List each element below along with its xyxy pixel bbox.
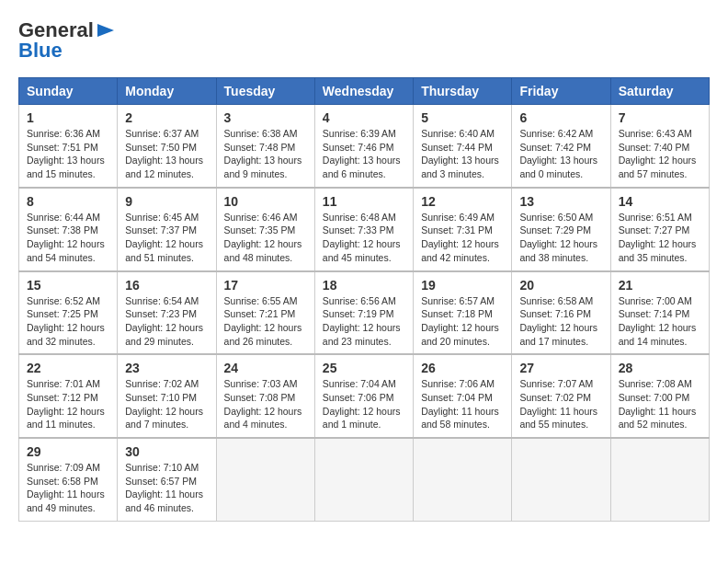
day-info: Sunrise: 6:45 AM Sunset: 7:37 PM Dayligh… (125, 211, 208, 265)
svg-marker-0 (97, 24, 114, 37)
day-number: 2 (125, 110, 208, 125)
day-cell: 1Sunrise: 6:36 AM Sunset: 7:51 PM Daylig… (19, 105, 118, 188)
day-cell: 2Sunrise: 6:37 AM Sunset: 7:50 PM Daylig… (118, 105, 216, 188)
day-cell: 13Sunrise: 6:50 AM Sunset: 7:29 PM Dayli… (512, 188, 610, 271)
day-number: 25 (323, 361, 405, 375)
logo-blue-label: Blue (18, 39, 63, 63)
day-number: 11 (323, 194, 405, 209)
day-cell: 4Sunrise: 6:39 AM Sunset: 7:46 PM Daylig… (314, 105, 413, 188)
day-cell (610, 438, 709, 521)
day-info: Sunrise: 6:55 AM Sunset: 7:21 PM Dayligh… (224, 294, 307, 349)
day-number: 24 (224, 361, 307, 375)
day-info: Sunrise: 6:40 AM Sunset: 7:44 PM Dayligh… (421, 127, 504, 181)
day-number: 4 (323, 110, 405, 125)
day-cell: 15Sunrise: 6:52 AM Sunset: 7:25 PM Dayli… (19, 271, 118, 355)
day-info: Sunrise: 7:07 AM Sunset: 7:02 PM Dayligh… (519, 377, 602, 431)
day-cell: 23Sunrise: 7:02 AM Sunset: 7:10 PM Dayli… (118, 354, 216, 438)
column-header-sunday: Sunday (19, 78, 118, 105)
day-info: Sunrise: 6:52 AM Sunset: 7:25 PM Dayligh… (27, 294, 109, 349)
column-header-saturday: Saturday (610, 78, 709, 105)
week-row-4: 22Sunrise: 7:01 AM Sunset: 7:12 PM Dayli… (19, 354, 710, 438)
day-number: 12 (421, 194, 504, 209)
day-cell: 22Sunrise: 7:01 AM Sunset: 7:12 PM Dayli… (19, 354, 118, 438)
day-number: 17 (224, 278, 307, 293)
day-number: 6 (519, 110, 602, 125)
day-info: Sunrise: 6:51 AM Sunset: 7:27 PM Dayligh… (619, 211, 701, 265)
day-info: Sunrise: 6:43 AM Sunset: 7:40 PM Dayligh… (619, 127, 701, 181)
day-info: Sunrise: 6:49 AM Sunset: 7:31 PM Dayligh… (421, 211, 504, 265)
day-number: 1 (27, 110, 109, 125)
day-number: 7 (619, 110, 701, 125)
header-row: SundayMondayTuesdayWednesdayThursdayFrid… (19, 78, 710, 105)
day-info: Sunrise: 7:03 AM Sunset: 7:08 PM Dayligh… (224, 377, 307, 431)
day-number: 13 (519, 194, 602, 209)
day-cell: 20Sunrise: 6:58 AM Sunset: 7:16 PM Dayli… (512, 271, 610, 355)
week-row-1: 1Sunrise: 6:36 AM Sunset: 7:51 PM Daylig… (19, 105, 710, 188)
day-cell: 14Sunrise: 6:51 AM Sunset: 7:27 PM Dayli… (610, 188, 709, 271)
column-header-friday: Friday (512, 78, 610, 105)
day-number: 30 (125, 444, 208, 459)
day-cell: 3Sunrise: 6:38 AM Sunset: 7:48 PM Daylig… (216, 105, 314, 188)
day-info: Sunrise: 6:37 AM Sunset: 7:50 PM Dayligh… (125, 127, 208, 181)
day-number: 15 (27, 278, 109, 293)
day-info: Sunrise: 7:10 AM Sunset: 6:57 PM Dayligh… (125, 461, 208, 515)
day-info: Sunrise: 7:08 AM Sunset: 7:00 PM Dayligh… (619, 377, 701, 431)
day-cell: 26Sunrise: 7:06 AM Sunset: 7:04 PM Dayli… (414, 354, 512, 438)
day-info: Sunrise: 6:58 AM Sunset: 7:16 PM Dayligh… (519, 294, 602, 349)
day-info: Sunrise: 6:57 AM Sunset: 7:18 PM Dayligh… (421, 294, 504, 349)
day-cell: 28Sunrise: 7:08 AM Sunset: 7:00 PM Dayli… (610, 354, 709, 438)
day-cell: 12Sunrise: 6:49 AM Sunset: 7:31 PM Dayli… (414, 188, 512, 271)
day-number: 3 (224, 110, 307, 125)
day-info: Sunrise: 7:01 AM Sunset: 7:12 PM Dayligh… (27, 377, 109, 431)
day-info: Sunrise: 7:02 AM Sunset: 7:10 PM Dayligh… (125, 377, 208, 431)
day-info: Sunrise: 6:46 AM Sunset: 7:35 PM Dayligh… (224, 211, 307, 265)
day-number: 16 (125, 278, 208, 293)
day-number: 9 (125, 194, 208, 209)
day-info: Sunrise: 6:39 AM Sunset: 7:46 PM Dayligh… (323, 127, 405, 181)
day-cell: 21Sunrise: 7:00 AM Sunset: 7:14 PM Dayli… (610, 271, 709, 355)
day-number: 19 (421, 278, 504, 293)
day-number: 20 (519, 278, 602, 293)
day-cell: 7Sunrise: 6:43 AM Sunset: 7:40 PM Daylig… (610, 105, 709, 188)
day-number: 14 (619, 194, 701, 209)
column-header-tuesday: Tuesday (216, 78, 314, 105)
day-info: Sunrise: 6:36 AM Sunset: 7:51 PM Dayligh… (27, 127, 109, 181)
column-header-wednesday: Wednesday (314, 78, 413, 105)
day-number: 18 (323, 278, 405, 293)
day-cell (512, 438, 610, 521)
day-cell: 9Sunrise: 6:45 AM Sunset: 7:37 PM Daylig… (118, 188, 216, 271)
day-cell: 27Sunrise: 7:07 AM Sunset: 7:02 PM Dayli… (512, 354, 610, 438)
week-row-2: 8Sunrise: 6:44 AM Sunset: 7:38 PM Daylig… (19, 188, 710, 271)
day-info: Sunrise: 6:38 AM Sunset: 7:48 PM Dayligh… (224, 127, 307, 181)
day-number: 26 (421, 361, 504, 375)
day-cell (414, 438, 512, 521)
page-header: General Blue (18, 18, 710, 63)
day-number: 10 (224, 194, 307, 209)
day-info: Sunrise: 7:06 AM Sunset: 7:04 PM Dayligh… (421, 377, 504, 431)
day-number: 29 (27, 444, 109, 459)
day-number: 27 (519, 361, 602, 375)
day-cell (216, 438, 314, 521)
calendar-table: SundayMondayTuesdayWednesdayThursdayFrid… (18, 77, 710, 522)
day-cell: 6Sunrise: 6:42 AM Sunset: 7:42 PM Daylig… (512, 105, 610, 188)
day-number: 8 (27, 194, 109, 209)
day-number: 23 (125, 361, 208, 375)
week-row-5: 29Sunrise: 7:09 AM Sunset: 6:58 PM Dayli… (19, 438, 710, 521)
day-number: 28 (619, 361, 701, 375)
day-cell: 30Sunrise: 7:10 AM Sunset: 6:57 PM Dayli… (118, 438, 216, 521)
day-info: Sunrise: 6:54 AM Sunset: 7:23 PM Dayligh… (125, 294, 208, 349)
day-info: Sunrise: 7:04 AM Sunset: 7:06 PM Dayligh… (323, 377, 405, 431)
column-header-thursday: Thursday (414, 78, 512, 105)
day-cell: 25Sunrise: 7:04 AM Sunset: 7:06 PM Dayli… (314, 354, 413, 438)
logo-text-block: General Blue (18, 18, 116, 63)
day-cell: 24Sunrise: 7:03 AM Sunset: 7:08 PM Dayli… (216, 354, 314, 438)
day-info: Sunrise: 6:56 AM Sunset: 7:19 PM Dayligh… (323, 294, 405, 349)
day-cell: 8Sunrise: 6:44 AM Sunset: 7:38 PM Daylig… (19, 188, 118, 271)
day-info: Sunrise: 7:09 AM Sunset: 6:58 PM Dayligh… (27, 461, 109, 515)
day-cell: 29Sunrise: 7:09 AM Sunset: 6:58 PM Dayli… (19, 438, 118, 521)
day-cell (314, 438, 413, 521)
day-cell: 5Sunrise: 6:40 AM Sunset: 7:44 PM Daylig… (414, 105, 512, 188)
column-header-monday: Monday (118, 78, 216, 105)
day-cell: 17Sunrise: 6:55 AM Sunset: 7:21 PM Dayli… (216, 271, 314, 355)
day-cell: 19Sunrise: 6:57 AM Sunset: 7:18 PM Dayli… (414, 271, 512, 355)
